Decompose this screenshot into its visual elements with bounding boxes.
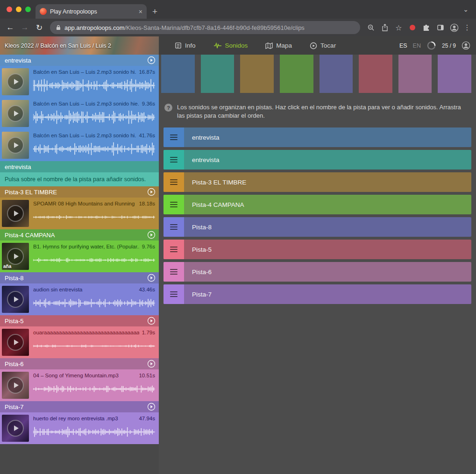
tab-tocar[interactable]: Tocar — [310, 42, 336, 50]
sidebar-track-header[interactable]: Pista-4 CAMPANA — [0, 229, 159, 241]
drag-handle[interactable] — [163, 172, 184, 192]
drag-handle[interactable] — [163, 240, 184, 259]
clip-play-icon[interactable] — [7, 334, 24, 351]
tab-mapa[interactable]: Mapa — [265, 42, 292, 49]
tab-search-chevron-icon[interactable]: ⌄ — [463, 6, 469, 13]
track-row[interactable]: Pista-5 — [163, 240, 471, 259]
track-color-swatch[interactable] — [398, 55, 432, 93]
track-play-button[interactable] — [147, 317, 156, 325]
reload-button[interactable]: ↻ — [33, 23, 46, 33]
sidebar-track-name: Pista-5 — [5, 318, 23, 325]
clip-thumbnail[interactable] — [2, 286, 29, 313]
audio-clip[interactable]: 04 – Song of Yimeng Mountain.mp310.51s — [0, 369, 159, 401]
track-row[interactable]: entrevista — [163, 127, 471, 147]
audio-clip[interactable]: añaB1. Hymns for purifying water, Etc. (… — [0, 241, 159, 272]
clip-play-icon[interactable] — [7, 105, 24, 122]
clip-title: Balcón en San Luis – Luis 2.mp3 sonido h… — [33, 101, 139, 106]
clip-play-icon[interactable] — [7, 73, 24, 90]
forward-button[interactable]: → — [18, 23, 31, 32]
clip-play-triangle-icon — [14, 254, 19, 259]
clip-play-icon[interactable] — [7, 137, 24, 154]
clip-thumbnail[interactable] — [2, 200, 29, 227]
track-color-swatch[interactable] — [240, 55, 274, 93]
sidebar-track-header[interactable]: Pista-6 — [0, 358, 159, 369]
clip-body: ouaraaaaaaaaaaaaaaaaaaaaaaaaaaaaaaaaa...… — [31, 326, 159, 358]
clip-play-icon[interactable] — [7, 248, 24, 265]
clip-play-icon[interactable] — [7, 205, 24, 222]
drag-handle[interactable] — [163, 150, 184, 170]
track-play-button[interactable] — [147, 188, 156, 196]
track-row[interactable]: Pista-4 CAMPANA — [163, 195, 471, 214]
sidebar-track-header[interactable]: Pista-7 — [0, 401, 159, 412]
track-color-swatch[interactable] — [438, 55, 471, 93]
track-play-button[interactable] — [147, 274, 156, 282]
track-row[interactable]: entrevista — [163, 150, 471, 170]
sidebar-track-header[interactable]: Pista-5 — [0, 315, 159, 326]
clip-thumbnail[interactable] — [2, 329, 29, 356]
track-color-swatch[interactable] — [320, 55, 353, 93]
drag-handle[interactable] — [163, 217, 184, 237]
window-close-button[interactable] — [7, 7, 12, 12]
audio-clip[interactable]: Balcón en San Luis – Luis 2.mp3 sonido h… — [0, 98, 159, 129]
track-play-button[interactable] — [147, 403, 156, 411]
clip-play-icon[interactable] — [7, 377, 24, 394]
clip-thumbnail[interactable] — [2, 100, 29, 127]
share-button[interactable] — [378, 24, 391, 31]
sidebar-track-header[interactable]: entrevista — [0, 161, 159, 172]
clip-thumbnail[interactable] — [2, 415, 29, 442]
tab-close-icon[interactable]: × — [139, 8, 142, 15]
drag-handle[interactable] — [163, 195, 184, 214]
tab-info[interactable]: Info — [175, 42, 196, 49]
track-play-button[interactable] — [147, 56, 156, 64]
clip-play-icon[interactable] — [7, 291, 24, 308]
bookmark-star-icon[interactable]: ☆ — [392, 23, 405, 32]
track-color-swatch[interactable] — [161, 55, 195, 93]
clip-thumbnail[interactable] — [2, 132, 29, 159]
track-color-swatch[interactable] — [280, 55, 313, 93]
sidebar-track-header[interactable]: Pista-3 EL TIMBRE — [0, 186, 159, 198]
lang-en-button[interactable]: EN — [413, 42, 421, 49]
browser-tab[interactable]: Play Antropoloops × — [36, 4, 147, 19]
window-zoom-button[interactable] — [25, 7, 31, 12]
sidebar-track-name: entrevista — [5, 57, 31, 64]
breadcrumb[interactable]: Kleos 2022 // Balcón en San Luis / Luis … — [0, 36, 159, 55]
drag-handle[interactable] — [163, 127, 184, 147]
side-panel-button[interactable] — [434, 24, 447, 31]
profile-button[interactable] — [448, 23, 461, 32]
audio-clip[interactable]: huerto del rey moro entrevista .mp347.94… — [0, 412, 159, 444]
account-icon[interactable] — [462, 41, 470, 50]
track-color-swatch[interactable] — [201, 55, 234, 93]
clip-thumbnail[interactable]: aña — [2, 243, 29, 270]
clip-thumbnail[interactable] — [2, 372, 29, 399]
sidebar-track-header[interactable]: entrevista — [0, 55, 159, 66]
zoom-button[interactable] — [364, 24, 377, 31]
audio-clip[interactable]: audion sin entrevista43.46s — [0, 283, 159, 315]
audio-clip[interactable]: Balcón en San Luis – Luis 2.mp3 sonido h… — [0, 129, 159, 161]
track-row[interactable]: Pista-3 EL TIMBRE — [163, 172, 471, 192]
audio-clip[interactable]: ouaraaaaaaaaaaaaaaaaaaaaaaaaaaaaaaaaa...… — [0, 326, 159, 358]
back-button[interactable]: ← — [4, 23, 17, 32]
track-color-swatch[interactable] — [359, 55, 392, 93]
track-list: entrevistaentrevistaPista-3 EL TIMBREPis… — [163, 127, 471, 307]
drag-handle[interactable] — [163, 284, 184, 304]
track-row[interactable]: Pista-8 — [163, 217, 471, 237]
track-row[interactable]: Pista-6 — [163, 262, 471, 282]
tab-sonidos[interactable]: Sonidos — [213, 42, 248, 49]
drag-handle[interactable] — [163, 262, 184, 282]
clip-play-icon[interactable] — [7, 420, 24, 437]
address-bar[interactable]: app.antropoloops.com/Kleos-Santa-Marina/… — [50, 21, 360, 34]
clip-play-triangle-icon — [14, 297, 19, 302]
recording-extension-icon[interactable] — [410, 25, 415, 30]
track-play-button[interactable] — [147, 231, 156, 239]
sidebar-track-header[interactable]: Pista-8 — [0, 272, 159, 283]
track-play-button[interactable] — [147, 360, 156, 368]
clip-thumbnail[interactable] — [2, 68, 29, 95]
window-minimize-button[interactable] — [16, 7, 21, 12]
extensions-button[interactable] — [420, 24, 433, 32]
audio-clip[interactable]: SPOAMR 08 High Mountains and Running ...… — [0, 198, 159, 229]
new-tab-button[interactable]: + — [152, 7, 157, 16]
track-row[interactable]: Pista-7 — [163, 284, 471, 304]
audio-clip[interactable]: Balcón en San Luis – Luis 2.mp3 sonido h… — [0, 66, 159, 98]
lang-es-button[interactable]: ES — [399, 42, 407, 49]
browser-menu-button[interactable]: ⋮ — [462, 23, 472, 32]
